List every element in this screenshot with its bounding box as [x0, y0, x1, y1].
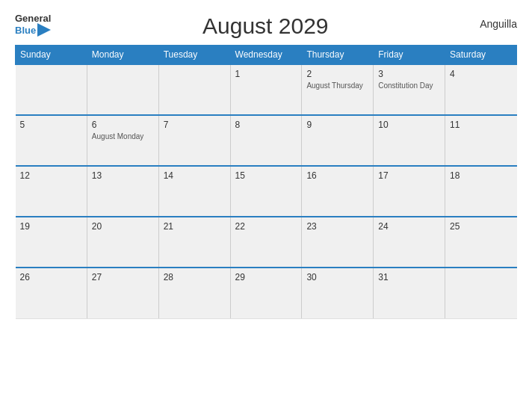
- day-cell: [16, 64, 87, 115]
- logo: General Blue: [15, 13, 51, 37]
- day-cell: 30: [302, 268, 374, 318]
- day-number: 6: [92, 120, 154, 130]
- day-cell: 29: [230, 268, 302, 318]
- day-cell: 18: [445, 166, 517, 217]
- day-cell: 31: [374, 268, 445, 318]
- day-cell: 23: [302, 217, 374, 268]
- day-number: 11: [450, 120, 512, 130]
- day-cell: 19: [16, 217, 87, 268]
- day-number: 28: [164, 272, 226, 282]
- country-name: Anguilla: [480, 18, 517, 30]
- day-cell: 14: [158, 166, 230, 217]
- day-cell: 2August Thursday: [302, 64, 374, 115]
- day-cell: [445, 268, 517, 318]
- logo-blue: Blue: [15, 25, 36, 35]
- day-number: 24: [378, 221, 440, 232]
- day-cell: 24: [374, 217, 445, 268]
- header-thursday: Thursday: [302, 46, 374, 65]
- header-wednesday: Wednesday: [230, 46, 302, 65]
- day-cell: 25: [445, 217, 517, 268]
- day-number: 27: [92, 272, 154, 282]
- week-row-2: 56August Monday7891011: [16, 115, 517, 166]
- day-number: 9: [306, 120, 368, 130]
- day-cell: 3Constitution Day: [374, 64, 445, 115]
- day-cell: 1: [230, 64, 302, 115]
- day-cell: [158, 64, 230, 115]
- day-number: 1: [235, 69, 297, 79]
- day-cell: 9: [302, 115, 374, 166]
- day-cell: 27: [87, 268, 158, 318]
- day-number: 20: [92, 221, 154, 232]
- day-number: 26: [20, 272, 82, 282]
- day-cell: 22: [230, 217, 302, 268]
- day-event: Constitution Day: [378, 81, 440, 90]
- day-number: 29: [235, 272, 297, 282]
- day-number: 19: [20, 221, 82, 232]
- day-number: 22: [235, 221, 297, 232]
- week-row-4: 19202122232425: [16, 217, 517, 268]
- day-cell: 12: [16, 166, 87, 217]
- day-number: 7: [164, 120, 226, 130]
- day-cell: 17: [374, 166, 445, 217]
- day-cell: 21: [158, 217, 230, 268]
- header-sunday: Sunday: [16, 46, 87, 65]
- day-cell: 4: [445, 64, 517, 115]
- header-friday: Friday: [374, 46, 445, 65]
- day-cell: 28: [158, 268, 230, 318]
- header-tuesday: Tuesday: [158, 46, 230, 65]
- day-cell: 15: [230, 166, 302, 217]
- day-number: 14: [164, 170, 226, 181]
- header-saturday: Saturday: [445, 46, 517, 65]
- calendar-table: Sunday Monday Tuesday Wednesday Thursday…: [15, 45, 517, 319]
- day-number: 8: [235, 120, 297, 130]
- day-number: 3: [378, 69, 440, 79]
- day-number: 16: [306, 170, 368, 181]
- day-cell: 6August Monday: [87, 115, 158, 166]
- day-cell: 8: [230, 115, 302, 166]
- day-number: 15: [235, 170, 297, 181]
- day-number: 21: [164, 221, 226, 232]
- day-number: 25: [450, 221, 512, 232]
- week-row-5: 262728293031: [16, 268, 517, 318]
- svg-marker-0: [37, 23, 51, 37]
- calendar-page: General Blue August 2029 Anguilla Sunday…: [0, 0, 532, 411]
- day-cell: 16: [302, 166, 374, 217]
- day-cell: [87, 64, 158, 115]
- day-number: 13: [92, 170, 154, 181]
- day-number: 18: [450, 170, 512, 181]
- day-cell: 7: [158, 115, 230, 166]
- header: General Blue August 2029 Anguilla: [15, 13, 517, 39]
- day-number: 30: [306, 272, 368, 282]
- calendar-title: August 2029: [51, 13, 480, 39]
- day-number: 4: [450, 69, 512, 79]
- day-number: 10: [378, 120, 440, 130]
- day-cell: 11: [445, 115, 517, 166]
- day-cell: 13: [87, 166, 158, 217]
- header-monday: Monday: [87, 46, 158, 65]
- day-number: 17: [378, 170, 440, 181]
- day-number: 2: [306, 69, 368, 79]
- day-event: August Thursday: [306, 81, 368, 90]
- week-row-1: 12August Thursday3Constitution Day4: [16, 64, 517, 115]
- day-number: 23: [306, 221, 368, 232]
- day-cell: 5: [16, 115, 87, 166]
- week-row-3: 12131415161718: [16, 166, 517, 217]
- logo-general: General: [15, 13, 51, 23]
- day-number: 31: [378, 272, 440, 282]
- day-cell: 10: [374, 115, 445, 166]
- day-event: August Monday: [92, 132, 154, 141]
- day-cell: 20: [87, 217, 158, 268]
- day-number: 12: [20, 170, 82, 181]
- day-number: 5: [20, 120, 82, 130]
- logo-icon: [37, 23, 51, 37]
- day-cell: 26: [16, 268, 87, 318]
- weekday-header-row: Sunday Monday Tuesday Wednesday Thursday…: [16, 46, 517, 65]
